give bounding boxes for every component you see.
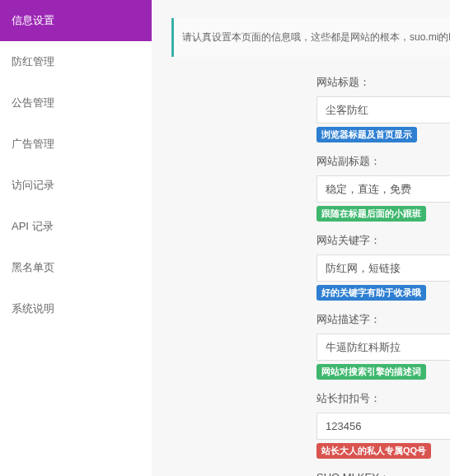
field-subtitle: 网站副标题： 跟随在标题后面的小跟班 bbox=[316, 154, 450, 222]
settings-form: 网站标题： 浏览器标题及首页显示 网站副标题： 跟随在标题后面的小跟班 网站关键… bbox=[152, 75, 450, 476]
field-qq: 站长扣扣号： 站长大人的私人专属QQ号 bbox=[316, 391, 450, 459]
main-panel: 请认真设置本页面的信息哦，这些都是网站的根本，suo.mi的key直接去 网站标… bbox=[152, 0, 450, 476]
label-qq: 站长扣扣号： bbox=[316, 391, 450, 406]
input-subtitle[interactable] bbox=[316, 175, 450, 203]
label-suomi-key: SUO.MI KEY： bbox=[316, 470, 450, 476]
sidebar-item-info-settings[interactable]: 信息设置 bbox=[0, 0, 152, 41]
sidebar-item-system-info[interactable]: 系统说明 bbox=[0, 288, 152, 329]
label-description: 网站描述字： bbox=[316, 312, 450, 327]
sidebar-item-ads[interactable]: 广告管理 bbox=[0, 124, 152, 165]
input-qq[interactable] bbox=[316, 413, 450, 440]
sidebar-item-visit-log[interactable]: 访问记录 bbox=[0, 165, 152, 206]
notice-banner: 请认真设置本页面的信息哦，这些都是网站的根本，suo.mi的key直接去 bbox=[171, 18, 450, 57]
field-suomi-key: SUO.MI KEY： suo.im的API接口Key，请去网站免费 bbox=[316, 470, 450, 476]
field-keywords: 网站关键字： 好的关键字有助于收录哦 bbox=[316, 233, 450, 301]
sidebar-item-anti-red[interactable]: 防红管理 bbox=[0, 41, 152, 82]
hint-description: 网站对搜索引擎的描述词 bbox=[316, 364, 426, 380]
label-site-title: 网站标题： bbox=[316, 75, 450, 90]
label-keywords: 网站关键字： bbox=[316, 233, 450, 248]
label-subtitle: 网站副标题： bbox=[316, 154, 450, 169]
field-site-title: 网站标题： 浏览器标题及首页显示 bbox=[316, 75, 450, 142]
sidebar-item-blacklist[interactable]: 黑名单页 bbox=[0, 247, 152, 288]
sidebar-item-api-log[interactable]: API 记录 bbox=[0, 206, 152, 247]
input-site-title[interactable] bbox=[316, 96, 450, 124]
hint-qq: 站长大人的私人专属QQ号 bbox=[316, 443, 431, 459]
sidebar-item-announcement[interactable]: 公告管理 bbox=[0, 82, 152, 124]
field-description: 网站描述字： 网站对搜索引擎的描述词 bbox=[316, 312, 450, 380]
hint-site-title: 浏览器标题及首页显示 bbox=[316, 127, 417, 142]
hint-keywords: 好的关键字有助于收录哦 bbox=[316, 285, 426, 301]
sidebar: 信息设置 防红管理 公告管理 广告管理 访问记录 API 记录 黑名单页 系统说… bbox=[0, 0, 152, 476]
hint-subtitle: 跟随在标题后面的小跟班 bbox=[316, 206, 426, 222]
input-description[interactable] bbox=[316, 334, 450, 361]
input-keywords[interactable] bbox=[316, 254, 450, 282]
